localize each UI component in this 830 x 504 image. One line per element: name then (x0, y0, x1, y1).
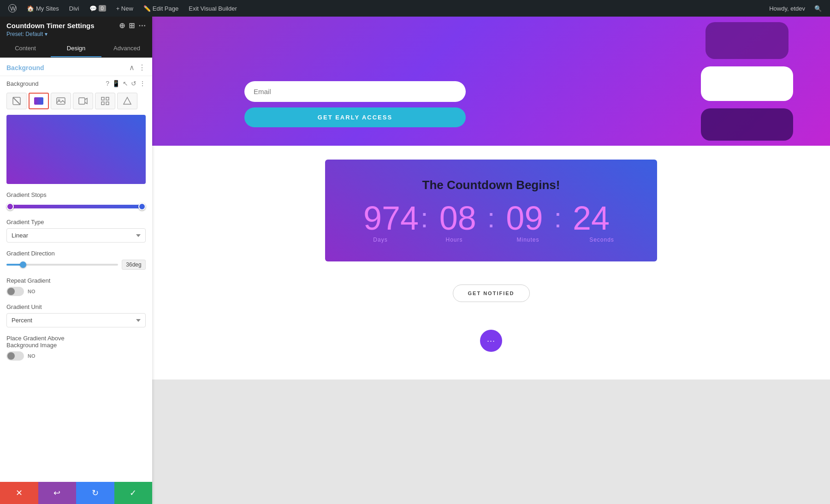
background-section-title: Background (6, 64, 44, 71)
place-gradient-toggle[interactable] (6, 351, 24, 361)
countdown-sep-3: : (554, 204, 562, 232)
help-icon[interactable]: ? (106, 80, 109, 87)
search-button[interactable]: 🔍 (811, 5, 825, 12)
mobile-icon[interactable]: 📱 (112, 80, 120, 87)
sync-icon[interactable]: ⊕ (119, 21, 125, 30)
svg-rect-7 (79, 98, 85, 104)
bg-type-video[interactable] (73, 93, 93, 109)
comment-icon: 💬 (89, 5, 97, 12)
more-icon[interactable]: ⋯ (138, 21, 146, 30)
home-icon: 🏠 (27, 5, 34, 12)
cta-button[interactable]: GET EARLY ACCESS (244, 107, 466, 127)
gradient-unit-select[interactable]: Percent Pixel (6, 313, 146, 327)
bg-type-gradient[interactable] (29, 93, 49, 109)
place-gradient-value: NO (28, 353, 36, 359)
bg-type-mask[interactable] (117, 93, 137, 109)
svg-rect-4 (34, 97, 43, 105)
email-input[interactable] (244, 81, 466, 102)
my-sites-menu[interactable]: 🏠 My Sites (23, 0, 63, 17)
bg-type-image[interactable] (51, 93, 71, 109)
countdown-numbers: 974 : 08 : 09 : 24 (353, 202, 629, 235)
edit-icon: ✏️ (143, 5, 151, 12)
tab-content[interactable]: Content (0, 40, 51, 57)
gradient-direction-track[interactable] (6, 264, 118, 266)
minutes-label: Minutes (500, 237, 556, 243)
canvas-hero-section: GET EARLY ACCESS (152, 17, 830, 146)
svg-text:W: W (10, 5, 16, 12)
options-icon[interactable]: ⋮ (139, 80, 146, 87)
collapse-icon[interactable]: ∧ (129, 63, 135, 72)
panel-content: Background ∧ ⋮ Background ? 📱 ↖ ↺ ⋮ (0, 58, 152, 482)
settings-tabs: Content Design Advanced (0, 40, 152, 58)
dots-menu-button[interactable]: ··· (480, 330, 502, 352)
gradient-preview (6, 115, 146, 184)
section-more-icon[interactable]: ⋮ (138, 63, 146, 72)
new-menu[interactable]: + New (113, 0, 137, 17)
gradient-unit-label: Gradient Unit (6, 303, 146, 310)
cancel-icon: ✕ (16, 488, 23, 498)
gradient-direction-row: Gradient Direction 36deg (0, 246, 152, 273)
phone-shape-top (706, 22, 788, 59)
divi-label: Divi (69, 5, 79, 12)
gradient-direction-thumb[interactable] (20, 261, 26, 268)
divi-menu[interactable]: Divi (65, 0, 83, 17)
background-section-header: Background ∧ ⋮ (0, 58, 152, 76)
new-label: + New (116, 5, 133, 12)
countdown-hours: 08 (430, 202, 486, 235)
wp-logo[interactable]: W (5, 0, 20, 17)
tab-design[interactable]: Design (51, 40, 101, 57)
gradient-unit-row: Gradient Unit Percent Pixel (0, 300, 152, 331)
background-type-selector (0, 91, 152, 113)
bg-type-pattern[interactable] (95, 93, 115, 109)
countdown-title: The Countdown Begins! (353, 178, 629, 192)
cancel-button[interactable]: ✕ (0, 482, 38, 504)
reset-icon[interactable]: ↺ (131, 80, 136, 87)
place-gradient-label: Place Gradient Above Background Image (6, 335, 146, 349)
gradient-direction-value[interactable]: 36deg (122, 260, 146, 270)
save-icon: ✓ (130, 488, 136, 498)
search-icon: 🔍 (814, 5, 822, 12)
canvas-area: GET EARLY ACCESS The Countdown Begins! 9… (152, 17, 830, 504)
gradient-stop-start[interactable] (6, 203, 14, 210)
svg-rect-10 (101, 102, 104, 105)
place-gradient-row: Place Gradient Above Background Image NO (0, 331, 152, 364)
exit-builder-button[interactable]: Exit Visual Builder (185, 0, 241, 17)
layout-icon[interactable]: ⊞ (129, 21, 135, 30)
gradient-type-select[interactable]: Linear Radial Conic (6, 228, 146, 243)
undo-button[interactable]: ↩ (38, 482, 77, 504)
phone-shape-dark (701, 108, 793, 141)
panel-header: Countdown Timer Settings ⊕ ⊞ ⋯ Preset: D… (0, 17, 152, 40)
countdown-section: The Countdown Begins! 974 : 08 : 09 : 24… (325, 160, 657, 261)
background-controls-row: Background ? 📱 ↖ ↺ ⋮ (0, 76, 152, 91)
seconds-label: Seconds (574, 237, 629, 243)
gradient-stops-section: Gradient Stops (0, 188, 152, 215)
gradient-track[interactable] (6, 202, 146, 211)
countdown-seconds: 24 (563, 202, 619, 235)
canvas-device-preview (664, 17, 830, 146)
phone-shape-white (701, 66, 793, 101)
canvas-lower-section: The Countdown Begins! 974 : 08 : 09 : 24… (152, 146, 830, 379)
redo-icon: ↻ (92, 488, 99, 498)
preset-selector[interactable]: Preset: Default (6, 31, 146, 37)
panel-title-row: Countdown Timer Settings ⊕ ⊞ ⋯ (6, 21, 146, 30)
action-bar: ✕ ↩ ↻ ✓ (0, 482, 152, 504)
bg-type-none[interactable] (6, 93, 27, 109)
admin-bar: W 🏠 My Sites Divi 💬 0 + New ✏️ Edit Page… (0, 0, 830, 17)
comments-menu[interactable]: 💬 0 (86, 0, 110, 17)
tab-advanced[interactable]: Advanced (101, 40, 152, 57)
svg-rect-8 (101, 97, 104, 100)
panel-title: Countdown Timer Settings (6, 22, 95, 30)
redo-button[interactable]: ↻ (76, 482, 114, 504)
gradient-track-bar (6, 205, 146, 208)
repeat-gradient-row: Repeat Gradient NO (0, 273, 152, 300)
cursor-icon[interactable]: ↖ (123, 80, 128, 87)
svg-rect-11 (106, 102, 109, 105)
save-button[interactable]: ✓ (114, 482, 153, 504)
background-field-label: Background (6, 80, 38, 87)
edit-page-link[interactable]: ✏️ Edit Page (140, 0, 182, 17)
repeat-gradient-toggle[interactable] (6, 287, 24, 296)
get-notified-button[interactable]: GET NOTIFIED (453, 285, 530, 302)
gradient-stop-end[interactable] (138, 203, 146, 210)
days-label: Days (353, 237, 408, 243)
svg-line-2 (13, 97, 20, 105)
